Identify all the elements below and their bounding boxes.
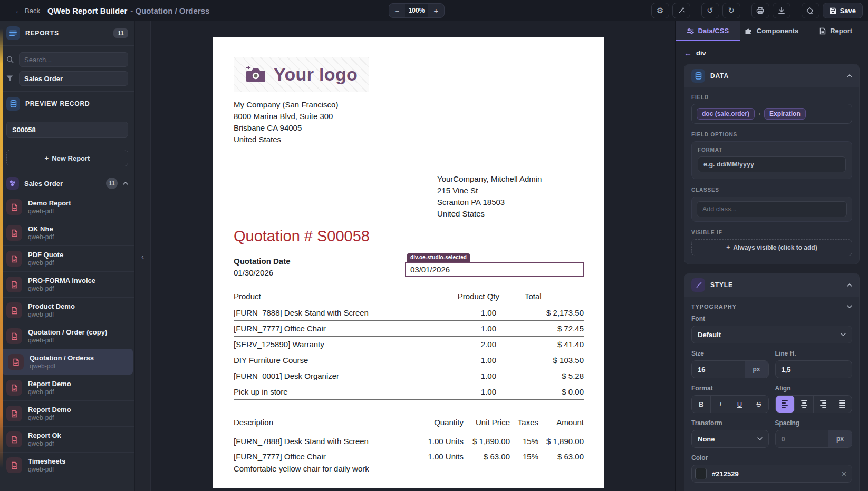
download-button[interactable]: [773, 3, 790, 18]
report-list-item-selected[interactable]: Quotation / Orderssqweb-pdf: [2, 349, 133, 375]
logo-text: Your logo: [274, 64, 358, 85]
search-placeholder: Search...: [24, 56, 52, 64]
table-row[interactable]: [SERV_125890] Warranty2.00$ 41.40: [234, 337, 584, 352]
line-height-value: 1,5: [782, 366, 791, 374]
report-list-item[interactable]: Demo Reportqweb-pdf: [0, 194, 134, 220]
quotation-date-block[interactable]: Quotation Date 01/30/2026: [234, 257, 291, 277]
zoom-out-button[interactable]: −: [389, 4, 405, 17]
add-class-input[interactable]: Add class...: [697, 201, 847, 217]
order-lines-table[interactable]: Description Quantity Unit Price Taxes Am…: [234, 415, 584, 473]
gold-accent-bar: [0, 28, 3, 468]
search-icon: [6, 56, 15, 63]
clear-color-icon[interactable]: ✕: [841, 470, 847, 478]
reports-header: REPORTS: [25, 30, 59, 37]
bold-button[interactable]: B: [692, 396, 711, 413]
search-filter-section: Search... Sales Order: [0, 46, 134, 92]
chevron-up-icon[interactable]: [847, 74, 852, 77]
print-button[interactable]: [751, 3, 769, 18]
tab-components[interactable]: Components: [740, 21, 804, 41]
save-button[interactable]: Save: [823, 3, 863, 18]
report-list-item[interactable]: Report Demoqweb-pdf: [0, 400, 134, 426]
report-type: qweb-pdf: [28, 440, 61, 447]
underline-button[interactable]: U: [730, 396, 749, 413]
letter-spacing-input[interactable]: 0 px: [775, 430, 853, 448]
tab-data-css[interactable]: Data/CSS: [676, 21, 740, 41]
report-list-item[interactable]: Report Demoqweb-pdf: [0, 375, 134, 400]
report-title: PDF Quote: [28, 251, 63, 259]
document-preview[interactable]: Your logo My Company (San Francisco) 800…: [213, 37, 604, 488]
table-row[interactable]: [FURN_0001] Desk Organizer1.00$ 5.28: [234, 368, 584, 384]
line-height-input[interactable]: 1,5: [775, 360, 853, 378]
table-row[interactable]: [FURN_7777] Office Chair 1.00 Units $ 63…: [234, 447, 584, 462]
chevron-up-icon[interactable]: [847, 283, 852, 287]
new-report-button[interactable]: + New Report: [6, 150, 128, 166]
report-list-item[interactable]: PRO-FORMA Invoiceqweb-pdf: [0, 271, 134, 297]
italic-button[interactable]: I: [711, 396, 730, 413]
chevron-up-icon[interactable]: [123, 182, 128, 185]
table-row[interactable]: [FURN_7888] Desk Stand with Screen1.00$ …: [234, 305, 584, 321]
model-filter-select[interactable]: Sales Order: [19, 71, 128, 86]
back-label: Back: [25, 7, 40, 15]
report-list-item[interactable]: Product Demoqweb-pdf: [0, 297, 134, 323]
font-size-input[interactable]: 16 px: [691, 360, 769, 378]
font-select[interactable]: Default: [691, 326, 852, 343]
collapse-sidebar-icon[interactable]: ‹: [141, 252, 144, 261]
company-address[interactable]: My Company (San Francisco) 8000 Marina B…: [234, 99, 584, 145]
align-justify-button[interactable]: [833, 396, 852, 413]
table-row[interactable]: Pick up in store1.00$ 0.00: [234, 384, 584, 400]
report-list-item[interactable]: PDF Quoteqweb-pdf: [0, 246, 134, 271]
undo-button[interactable]: ↺: [701, 3, 719, 18]
group-count-badge: 11: [106, 178, 118, 189]
report-title: Product Demo: [28, 302, 75, 310]
table-row[interactable]: [FURN_7777] Office Chair1.00$ 72.45: [234, 321, 584, 337]
report-title: Report Ok: [28, 431, 61, 439]
transform-select[interactable]: None: [691, 430, 769, 448]
visible-if-label: VISIBLE IF: [691, 230, 852, 235]
product-table[interactable]: Product Product Qty Total [FURN_7888] De…: [234, 290, 584, 400]
report-list-item[interactable]: Report Okqweb-pdf: [0, 426, 134, 452]
floppy-disk-icon: [830, 7, 836, 14]
format-input[interactable]: e.g. dd/MM/yyyy: [698, 156, 846, 172]
quotation-date-label: Quotation Date: [234, 257, 291, 266]
customer-address[interactable]: YourCompany, Mitchell Admin 215 Vine St …: [437, 173, 584, 220]
eraser-button[interactable]: [802, 3, 819, 18]
field-chip-doc[interactable]: doc (sale.order): [697, 108, 755, 120]
zoom-in-button[interactable]: +: [428, 4, 444, 17]
color-swatch[interactable]: [695, 468, 707, 479]
data-card-header[interactable]: DATA: [684, 64, 859, 87]
align-right-button[interactable]: [814, 396, 833, 413]
data-card-title: DATA: [710, 72, 729, 80]
breadcrumb-back-icon[interactable]: ←: [684, 48, 692, 57]
text-color-input[interactable]: #212529 ✕: [691, 465, 852, 483]
report-title: Demo Report: [28, 199, 71, 207]
preview-record-input[interactable]: S00058: [6, 122, 128, 138]
report-list-item[interactable]: Timesheetsqweb-pdf: [0, 452, 134, 478]
back-button[interactable]: ← Back: [15, 7, 40, 15]
align-left-button[interactable]: [776, 396, 795, 413]
magic-wand-button[interactable]: [672, 3, 690, 18]
font-label: Font: [691, 315, 852, 322]
classes-label: CLASSES: [691, 187, 852, 193]
spacing-value: 0: [776, 430, 829, 447]
quotation-title[interactable]: Quotation # S00058: [234, 228, 584, 245]
table-row[interactable]: DIY Furniture Course1.00$ 103.50: [234, 352, 584, 368]
company-logo[interactable]: Your logo: [234, 57, 369, 92]
line-height-label: Line H.: [775, 350, 853, 357]
redo-button[interactable]: ↻: [722, 3, 740, 18]
field-chip-expiration[interactable]: Expiration: [764, 108, 806, 120]
table-row[interactable]: [FURN_7888] Desk Stand with Screen 1.00 …: [234, 431, 584, 447]
search-input[interactable]: Search...: [19, 52, 128, 67]
tab-report[interactable]: Report: [804, 21, 868, 41]
expiration-field-selected[interactable]: 03/01/2026: [405, 262, 584, 277]
typography-section-label[interactable]: TYPOGRAPHY: [691, 303, 852, 310]
always-visible-button[interactable]: + Always visible (click to add): [691, 239, 852, 256]
style-card-header[interactable]: STYLE: [684, 273, 859, 297]
strikethrough-button[interactable]: S: [749, 396, 768, 413]
report-list-item[interactable]: OK Nheqweb-pdf: [0, 220, 134, 246]
align-center-button[interactable]: [795, 396, 814, 413]
settings-button[interactable]: ⚙: [651, 3, 669, 18]
sales-order-group-header[interactable]: Sales Order 11: [0, 173, 134, 194]
report-list-item[interactable]: Quotation / Order (copy)qweb-pdf: [0, 323, 134, 349]
report-title: Report Demo: [28, 406, 71, 414]
company-line: 8000 Marina Blvd, Suite 300: [234, 111, 584, 122]
